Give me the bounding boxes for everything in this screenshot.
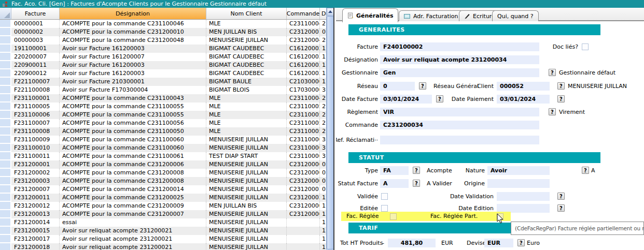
table-row[interactable]: F231100010ACOMPTE pour la commande C2311…: [0, 144, 333, 152]
row-selector[interactable]: [0, 177, 11, 185]
type-field[interactable]: FA: [380, 166, 409, 175]
table-row[interactable]: F231200012ACOMPTE pour la commande C2312…: [0, 202, 333, 210]
table-row[interactable]: F231100011ACOMPTE pour la commande C2311…: [0, 152, 333, 160]
client-help-button[interactable]: ?: [557, 82, 565, 90]
row-selector[interactable]: [0, 20, 11, 28]
row-selector[interactable]: [0, 61, 11, 69]
statut-facture-help-button[interactable]: ?: [413, 180, 420, 187]
table-row[interactable]: 00000002ACOMPTE pour la commande C231200…: [0, 28, 333, 36]
table-row[interactable]: F231200001ACOMPTE pour la commande C2312…: [0, 160, 333, 169]
row-selector[interactable]: [0, 185, 11, 194]
table-row[interactable]: F231200018Avoir sur reliquat acompte 231…: [0, 243, 333, 250]
table-row[interactable]: 220900012Avoir sur Facture 161200003BIGM…: [0, 69, 333, 78]
table-row[interactable]: F231100009ACOMPTE pour la commande C2311…: [0, 136, 333, 144]
table-row[interactable]: F221100008Avoir sur Facture F170300004BI…: [0, 86, 333, 94]
row-selector[interactable]: [0, 78, 11, 86]
row-selector[interactable]: [0, 69, 11, 78]
devise-help-button[interactable]: ?: [517, 239, 525, 246]
row-selector[interactable]: [0, 152, 11, 160]
scroll-up-button[interactable]: [327, 8, 334, 16]
row-selector[interactable]: [0, 45, 11, 53]
row-selector[interactable]: [0, 36, 11, 45]
table-row[interactable]: F231200015Avoir sur reliquat acompte 231…: [0, 227, 333, 235]
date-paiement-field[interactable]: 03/01/2024: [497, 95, 550, 104]
row-selector[interactable]: [0, 243, 11, 250]
row-selector[interactable]: [0, 86, 11, 94]
fac-reglee-checkbox[interactable]: [390, 213, 397, 220]
table-row[interactable]: F231200002ACOMPTE pour la commande C2312…: [0, 169, 333, 177]
column-header-designation[interactable]: Désignation: [60, 8, 206, 20]
gestionnaire-field[interactable]: Gen: [380, 68, 539, 77]
table-row[interactable]: F231200007ACOMPTE pour la commande C2312…: [0, 185, 333, 194]
row-selector[interactable]: [0, 127, 11, 136]
table-row[interactable]: 00000003ACOMPTE pour la commande C231200…: [0, 36, 333, 45]
row-selector[interactable]: [0, 235, 11, 243]
scrollbar-thumb[interactable]: [327, 16, 334, 249]
row-selector[interactable]: [0, 194, 11, 202]
origine-field[interactable]: [487, 179, 550, 188]
row-selector[interactable]: [0, 53, 11, 61]
table-row[interactable]: 220900011Avoir sur Facture 161200003BIGM…: [0, 61, 333, 69]
table-row[interactable]: F231200017Avoir sur reliquat acompte 231…: [0, 235, 333, 243]
table-row[interactable]: F231100008ACOMPTE pour la commande C2311…: [0, 127, 333, 136]
table-corner-cell[interactable]: [0, 8, 11, 20]
date-facture-help-button[interactable]: ?: [436, 95, 443, 102]
table-row[interactable]: F231200013ACOMPTE pour la commande C2312…: [0, 210, 333, 218]
table-row[interactable]: F231200011ACOMPTE pour la commande C2312…: [0, 194, 333, 202]
row-selector[interactable]: [0, 119, 11, 127]
row-selector[interactable]: [0, 227, 11, 235]
nature-help-button[interactable]: ?: [582, 167, 589, 174]
reglement-help-button[interactable]: ?: [549, 108, 556, 115]
editee-checkbox[interactable]: [381, 205, 388, 212]
column-header-commande[interactable]: Commande: [287, 8, 320, 20]
table-row[interactable]: 191100001Avoir sur Facture 161200003BIGM…: [0, 45, 333, 53]
table-row[interactable]: F231100001ACOMPTE pour la commande C2311…: [0, 94, 333, 102]
row-selector[interactable]: [0, 111, 11, 119]
row-selector[interactable]: [0, 28, 11, 36]
designation-field[interactable]: Avoir sur reliquat acompte 231200034: [380, 55, 539, 64]
tab-adr-facturation[interactable]: Adr. Facturation: [399, 10, 464, 21]
column-header-client[interactable]: Nom Client: [206, 8, 287, 20]
reseau-help-button[interactable]: ?: [419, 82, 426, 90]
table-row[interactable]: F221100007Avoir sur Facture 210300001BIG…: [0, 78, 333, 86]
table-row[interactable]: F231200003ACOMPTE pour la commande C2312…: [0, 177, 333, 185]
client-field[interactable]: 000052: [497, 82, 550, 91]
gestionnaire-help-button[interactable]: ?: [549, 69, 556, 76]
row-selector[interactable]: [0, 210, 11, 218]
date-validation-field[interactable]: [497, 192, 550, 201]
tab-generalites[interactable]: Généralités: [342, 8, 398, 22]
date-paiement-help-button[interactable]: ?: [557, 95, 565, 102]
reglement-field[interactable]: VIR: [380, 108, 539, 116]
table-row[interactable]: F231100005ACOMPTE pour la commande C2311…: [0, 102, 333, 111]
tab-qui-quand[interactable]: Qui, quand ?: [492, 10, 539, 21]
row-selector[interactable]: [0, 144, 11, 152]
column-header-facture[interactable]: Facture: [11, 8, 60, 20]
row-selector[interactable]: [0, 169, 11, 177]
table-row[interactable]: 00000001ACOMPTE pour la commande C231100…: [0, 20, 333, 28]
commande-field[interactable]: C231200034: [380, 121, 539, 129]
row-selector[interactable]: [0, 94, 11, 102]
date-edition-help-button[interactable]: ?: [557, 204, 565, 212]
row-selector[interactable]: [0, 136, 11, 144]
table-scrollbar[interactable]: [326, 8, 333, 250]
table-row[interactable]: F231100007ACOMPTE pour la commande C2311…: [0, 119, 333, 127]
row-selector[interactable]: [0, 218, 11, 227]
table-row[interactable]: 220200007Avoir sur Facture 161200007BIGM…: [0, 53, 333, 61]
reseau-field[interactable]: 0: [380, 82, 415, 91]
tot-ht-field[interactable]: 481,80: [388, 239, 436, 247]
date-facture-field[interactable]: 03/01/2024: [380, 95, 432, 104]
row-selector[interactable]: [0, 202, 11, 210]
table-row[interactable]: F231100006ACOMPTE pour la commande C2311…: [0, 111, 333, 119]
ref-reclamation-field[interactable]: [380, 136, 539, 144]
date-validation-help-button[interactable]: ?: [557, 193, 565, 200]
row-selector[interactable]: [0, 102, 11, 111]
devise-field[interactable]: EUR: [484, 239, 513, 247]
column-header-d[interactable]: D: [320, 8, 326, 20]
doc-lies-checkbox[interactable]: [582, 43, 589, 50]
nature-field[interactable]: Avoir: [487, 166, 550, 175]
row-selector[interactable]: [0, 160, 11, 169]
statut-facture-field[interactable]: A: [380, 179, 409, 188]
table-row[interactable]: F231200014essaiMENUISERIE JUILLAN1: [0, 218, 333, 227]
validee-checkbox[interactable]: [381, 193, 388, 200]
facture-field[interactable]: F240100002: [380, 42, 539, 51]
